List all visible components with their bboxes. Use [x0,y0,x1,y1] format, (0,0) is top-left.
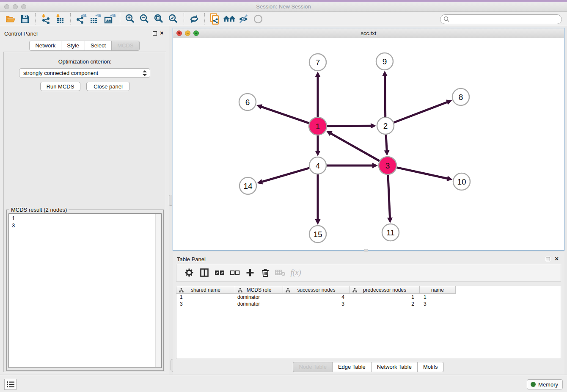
toolbar-separator [184,13,184,25]
graph-node-label: 8 [459,93,463,102]
graph-node-label: 11 [386,228,395,237]
network-view-window: scc.txt 7968124314101511 [173,28,564,251]
search-box[interactable] [440,14,562,24]
mcds-result-list[interactable]: 1 3 [8,213,162,368]
result-scrollbar[interactable] [155,214,161,367]
search-icon [443,16,450,22]
graph-node-label: 10 [457,177,466,186]
apply-layout-icon[interactable] [187,13,201,25]
export-network-icon[interactable] [74,13,88,25]
node-table: shared name MCDS role successor nodes pr… [176,286,561,359]
control-panel-title: Control Panel [4,30,38,37]
export-table-icon[interactable] [88,13,102,25]
graph-node-label: 15 [313,230,322,239]
table-row[interactable]: 1 dominator 4 1 1 [176,294,561,301]
run-mcds-button[interactable]: Run MCDS [40,82,80,91]
toolbar-separator [35,13,36,25]
column-header-shared-name[interactable]: shared name [176,286,235,294]
graph-edge-3-1[interactable] [330,133,380,161]
table-panel-float-icon[interactable] [546,257,550,261]
network-graph[interactable]: 7968124314101511 [173,38,564,250]
first-neighbors-icon[interactable] [222,13,237,25]
tab-select[interactable]: Select [85,41,112,51]
memory-button[interactable]: Memory [527,379,563,389]
tab-motifs[interactable]: Motifs [417,362,444,372]
graph-edge-3-11[interactable] [388,175,390,218]
hide-selected-icon[interactable] [237,13,251,25]
graph-node-label: 3 [385,161,390,170]
graph-edge-1-2[interactable] [327,126,372,126]
table-header-row: shared name MCDS role successor nodes pr… [176,286,561,294]
close-panel-button[interactable]: Close panel [86,82,130,91]
zoom-fit-icon[interactable] [152,13,166,25]
table-panel-close-icon[interactable]: × [555,257,559,261]
zoom-selected-icon[interactable] [166,13,181,25]
column-type-icon [179,288,184,293]
column-type-icon [286,288,290,293]
show-all-icon [251,13,265,25]
mcds-tab-content: Optimization criterion: strongly connect… [3,52,166,372]
tab-network-table[interactable]: Network Table [371,362,418,372]
save-session-icon[interactable] [18,13,32,25]
graph-edge-3-10[interactable] [396,168,448,179]
application-window: Session: New Session [0,0,567,392]
graph-edge-arrowhead [256,104,262,109]
control-panel-float-icon[interactable] [153,31,157,36]
export-image-icon[interactable] [102,13,117,25]
network-splitter-handle[interactable] [364,249,368,251]
search-input[interactable] [450,17,561,22]
select-all-icon[interactable] [212,265,227,280]
table-row[interactable]: 3 dominator 3 2 3 [176,301,561,307]
add-row-icon[interactable] [242,265,258,280]
graph-edge-arrowhead [371,123,376,129]
clone-network-icon[interactable] [208,13,222,25]
import-network-icon[interactable] [39,13,53,25]
graph-node-label: 6 [245,98,250,107]
column-header-name[interactable]: name [420,286,456,294]
graph-edge-4-14[interactable] [261,168,309,182]
column-header-successor-nodes[interactable]: successor nodes [283,286,350,294]
tab-mcds[interactable]: MCDS [111,41,139,51]
control-panel-close-icon[interactable]: × [160,31,164,35]
window-title: Session: New Session [0,3,567,10]
panel-splitter-handle[interactable] [169,195,173,206]
graph-edge-arrowhead [387,218,393,223]
tab-network[interactable]: Network [29,41,61,51]
tab-edge-table[interactable]: Edge Table [332,362,372,372]
graph-edge-1-6[interactable] [261,107,309,123]
tab-node-table[interactable]: Node Table [293,362,333,372]
column-type-icon [238,288,242,293]
criterion-select[interactable]: strongly connected component [19,68,150,78]
column-header-mcds-role[interactable]: MCDS role [235,286,283,294]
mcds-result-group: MCDS result (2 nodes) 1 3 [6,210,164,371]
table-toolbar: f(x) [176,264,561,282]
delete-row-icon[interactable] [258,265,273,280]
import-table-icon[interactable] [53,13,67,25]
network-window-title: scc.txt [173,30,564,36]
toolbar-separator [204,13,205,25]
column-header-predecessor-nodes[interactable]: predecessor nodes [350,286,420,294]
window-titlebar: Session: New Session [0,2,567,12]
split-columns-icon[interactable] [197,265,212,280]
network-window-titlebar[interactable]: scc.txt [173,28,564,38]
tab-style[interactable]: Style [61,41,85,51]
graph-edge-2-8[interactable] [394,102,448,123]
deselect-all-icon[interactable] [227,265,242,280]
zoom-in-icon[interactable] [123,13,138,25]
memory-status-icon [531,382,536,387]
graph-edge-2-3[interactable] [386,135,387,151]
list-icon [7,381,14,387]
toolbar-separator [120,13,120,25]
graph-edge-arrowhead [384,150,390,156]
graph-edge-arrowhead [446,176,452,181]
graph-edge-2-9[interactable] [385,75,385,117]
task-history-button[interactable] [4,379,17,390]
open-file-icon[interactable] [3,13,18,25]
select-stepper-icon [142,70,147,77]
graph-node-label: 1 [316,122,320,131]
table-settings-icon[interactable] [182,265,197,280]
memory-label: Memory [538,381,558,388]
zoom-out-icon[interactable] [138,13,152,25]
table-panel-title: Table Panel [177,256,206,262]
graph-node-label: 4 [316,161,320,170]
